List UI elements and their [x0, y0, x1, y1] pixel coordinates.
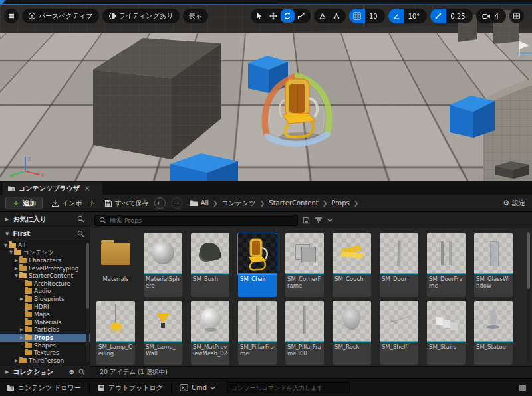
filter-icon[interactable] [315, 217, 323, 223]
search-icon[interactable] [77, 230, 84, 237]
asset-card-sm-lamp-wall[interactable]: SM_Lamp_Wall [144, 301, 182, 365]
asset-card-sm-chair[interactable]: SM_Chair [238, 233, 277, 297]
tree-arrow[interactable]: ▶ [13, 358, 19, 363]
save-search-icon[interactable] [303, 217, 310, 224]
breadcrumb-item-startercontent[interactable]: StarterContent [269, 199, 318, 207]
tree-item-blueprints[interactable]: ▶Blueprints [0, 295, 90, 303]
tree-arrow[interactable]: ▶ [19, 296, 25, 302]
tree-arrow[interactable]: ▼ [13, 273, 19, 278]
search-icon[interactable] [78, 369, 85, 375]
tree-arrow[interactable]: ▶ [19, 327, 25, 332]
settings-button[interactable]: ⚙ 設定 [503, 199, 525, 208]
tree-scrollbar[interactable] [86, 243, 89, 362]
asset-grid-scrollbar[interactable] [527, 231, 530, 362]
back-button[interactable]: ← [154, 197, 166, 209]
tree-item-startercontent[interactable]: ▼StarterContent [0, 272, 90, 280]
tree-item-audio[interactable]: Audio [0, 288, 90, 296]
import-button[interactable]: インポート [51, 199, 96, 208]
breadcrumb-item-all[interactable]: All [201, 199, 209, 207]
tree-item-materials[interactable]: Materials [0, 318, 90, 326]
grid-snap-value[interactable]: 10 [368, 13, 379, 20]
tree-item-thirdperson[interactable]: ▶ThirdPerson [0, 357, 90, 365]
console-command-input[interactable] [231, 385, 346, 391]
collections-section[interactable]: ▶ コレクション ⊕ [0, 365, 90, 378]
content-browser-tab[interactable]: コンテンツブラウザ × [3, 182, 102, 195]
asset-search-box[interactable] [94, 215, 298, 226]
asset-card-sm-couch[interactable]: SM_Couch [332, 233, 371, 297]
breadcrumb-item-props[interactable]: Props [331, 199, 349, 207]
asset-card-sm-bush[interactable]: SM_Bush [191, 233, 229, 297]
camera-speed-value[interactable]: 4 [493, 13, 500, 20]
asset-card-materialsphere[interactable]: MaterialSphere [144, 233, 182, 297]
tree-item-levelprototyping[interactable]: ▶LevelPrototyping [0, 264, 90, 272]
tree-label: HDRI [34, 304, 49, 310]
console-command-field[interactable] [227, 382, 350, 393]
rotate-tool-button[interactable] [281, 9, 295, 23]
rotation-snap-toggle[interactable] [388, 9, 404, 23]
tree-item-architecture[interactable]: Architecture [0, 280, 90, 288]
asset-card-sm-doorframe[interactable]: SM_DoorFrame [427, 233, 466, 297]
perspective-selector[interactable]: パースペクティブ [22, 9, 99, 23]
world-space-button[interactable] [316, 9, 330, 23]
scale-snap-control[interactable]: 0.25 [430, 9, 472, 23]
output-log-button[interactable]: アウトプットログ [92, 381, 169, 395]
tab-close-button[interactable]: × [84, 185, 90, 192]
add-collection-icon[interactable]: ⊕ [69, 368, 74, 375]
surface-snapping-button[interactable] [330, 9, 344, 23]
grid-snap-control[interactable]: 10 [349, 9, 385, 23]
breadcrumb-item-content[interactable]: コンテンツ [222, 199, 256, 208]
asset-card-sm-glasswindow[interactable]: SM_GlassWindow [474, 233, 513, 297]
tree-arrow[interactable]: ▶ [19, 335, 25, 340]
asset-card-sm-cornerframe[interactable]: SM_CornerFrame [285, 233, 324, 297]
rotation-snap-control[interactable]: 10° [388, 9, 428, 23]
scale-snap-toggle[interactable] [430, 9, 446, 23]
asset-card-sm-pillarframe300[interactable]: SM_PillarFrame300 [285, 301, 324, 365]
show-menu-button[interactable]: 表示 [183, 9, 208, 23]
asset-card-sm-pillarframe[interactable]: SM_PillarFrame [238, 301, 277, 365]
add-button[interactable]: ＋ 追加 [5, 197, 43, 209]
tree-item-characters[interactable]: ▶Characters [0, 256, 90, 264]
asset-thumbnail [144, 233, 182, 274]
tree-item-particles[interactable]: ▶Particles [0, 326, 90, 334]
asset-card-sm-matpreviewmesh[interactable]: SM_MatPreviewMesh_02 [191, 301, 229, 365]
scale-snap-value[interactable]: 0.25 [449, 13, 466, 20]
asset-card-sm-lamp-ceiling[interactable]: SM_Lamp_Ceiling [96, 301, 135, 365]
viewport-layout-button[interactable] [509, 9, 524, 23]
tree-item-shapes[interactable]: Shapes [0, 342, 90, 349]
asset-card-sm-shelf[interactable]: SM_Shelf [380, 301, 418, 365]
favorites-section[interactable]: ▶ お気に入り [0, 212, 90, 227]
chevron-down-icon[interactable] [327, 218, 332, 222]
select-tool-button[interactable] [253, 9, 267, 23]
camera-speed-control[interactable]: 4 [476, 9, 506, 23]
tree-arrow[interactable]: ▼ [3, 243, 9, 248]
tree-item-content[interactable]: ▼コンテンツ [0, 249, 90, 257]
level-viewport[interactable]: パースペクティブ ライティングあり 表示 [0, 0, 532, 181]
viewport-options-button[interactable] [4, 9, 19, 23]
move-tool-button[interactable] [267, 9, 281, 23]
first-section[interactable]: ▼ First [0, 227, 90, 241]
tree-item-hdri[interactable]: HDRI [0, 303, 90, 311]
forward-button[interactable]: → [171, 197, 182, 209]
asset-card-sm-rock[interactable]: SM_Rock [332, 301, 371, 365]
grid-snap-toggle[interactable] [349, 9, 365, 23]
asset-folder-materials[interactable]: Materials [96, 233, 135, 297]
tree-item-all[interactable]: ▼All [0, 241, 90, 249]
save-all-button[interactable]: すべて保存 [104, 199, 149, 208]
scale-tool-button[interactable] [295, 9, 309, 23]
log-lines-icon[interactable] [519, 385, 527, 391]
asset-card-sm-door[interactable]: SM_Door [380, 233, 418, 297]
tree-item-props[interactable]: ▶Props [0, 334, 90, 342]
view-mode-selector[interactable]: ライティングあり [102, 9, 180, 23]
asset-card-sm-stairs[interactable]: SM_Stairs [427, 301, 466, 365]
tree-item-textures[interactable]: Textures [0, 349, 90, 357]
content-drawer-button[interactable]: コンテンツ ドロワー [0, 381, 87, 395]
asset-card-sm-statue[interactable]: SM_Statue [474, 301, 513, 365]
cmd-selector[interactable]: Cmd [174, 381, 221, 395]
search-input[interactable] [110, 217, 293, 224]
tree-arrow[interactable]: ▼ [8, 250, 14, 255]
tree-arrow[interactable]: ▶ [13, 258, 19, 263]
tree-item-maps[interactable]: Maps [0, 310, 90, 318]
tree-arrow[interactable]: ▶ [13, 266, 19, 271]
rotation-snap-value[interactable]: 10° [407, 13, 422, 20]
search-icon[interactable] [77, 215, 84, 223]
